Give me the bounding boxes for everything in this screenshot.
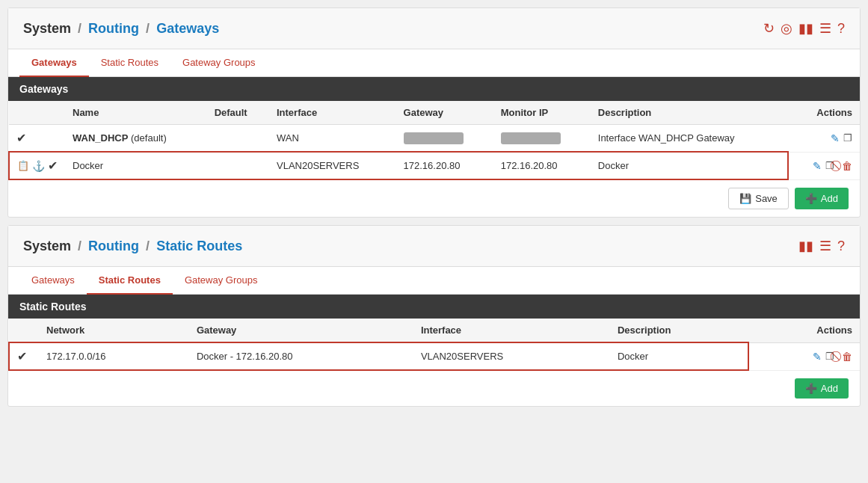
sr-row-gateway: Docker - 172.16.20.80 — [189, 342, 413, 370]
plus-icon: ➕ — [805, 193, 817, 204]
table-row: ✔ 172.17.0.0/16 Docker - 172.16.20.80 VL… — [9, 342, 860, 370]
breadcrumb2-sep2: / — [146, 239, 150, 253]
static-routes-tab-bar: Gateways Static Routes Gateway Groups — [8, 267, 860, 295]
help-icon-2[interactable]: ? — [837, 239, 845, 254]
row-name: WAN_DHCP (default) — [65, 125, 207, 153]
tab-gateway-groups-1[interactable]: Gateway Groups — [170, 49, 268, 77]
sr-col-gateway: Gateway — [189, 319, 413, 342]
delete-icon[interactable]: 🗑 — [842, 160, 852, 172]
row-default — [207, 125, 269, 153]
refresh-icon[interactable]: ↻ — [763, 20, 775, 37]
header-icons-group-2: ▮▮ ☰ ? — [798, 238, 845, 254]
add-button-2[interactable]: ➕ Add — [795, 378, 849, 399]
header-icons-group: ↻ ◎ ▮▮ ☰ ? — [763, 20, 845, 37]
bookmark-icon: 📋 — [17, 160, 29, 171]
chart-icon[interactable]: ▮▮ — [798, 20, 813, 37]
edit-icon[interactable]: ✎ — [813, 351, 822, 363]
breadcrumb2-routing[interactable]: Routing — [88, 239, 139, 253]
copy-icon[interactable]: ❐ — [843, 132, 852, 144]
gateways-header-bar: System / Routing / Gateways ↻ ◎ ▮▮ ☰ ? — [8, 8, 860, 49]
sr-col-network: Network — [39, 319, 189, 342]
save-icon: 💾 — [739, 193, 751, 204]
breadcrumb-sep2: / — [146, 21, 150, 36]
static-routes-button-row: ➕ Add — [8, 371, 860, 406]
chart-icon-2[interactable]: ▮▮ — [798, 238, 813, 254]
sr-col-description: Description — [610, 319, 748, 342]
col-icon — [9, 101, 65, 125]
tab-gateways-1[interactable]: Gateways — [19, 49, 89, 77]
row-actions: ✎ ❐ — [788, 125, 860, 153]
static-routes-table: Network Gateway Interface Description Ac… — [8, 319, 860, 371]
col-interface: Interface — [269, 101, 396, 125]
sr-row-icon: ✔ — [9, 342, 39, 370]
breadcrumb2-system: System — [23, 239, 71, 253]
static-routes-section: System / Routing / Static Routes ▮▮ ☰ ? … — [7, 225, 861, 407]
list-icon-2[interactable]: ☰ — [819, 238, 831, 254]
row-interface: WAN — [269, 125, 396, 153]
gateways-table-header: Gateways — [8, 77, 860, 101]
gateways-section: System / Routing / Gateways ↻ ◎ ▮▮ ☰ ? G… — [7, 7, 861, 218]
sr-row-interface: VLAN20SERVERS — [413, 342, 610, 370]
row-description: Docker — [591, 152, 788, 179]
table-row: 📋 ⚓ ✔ Docker VLAN20SERVERS 172.16.20.80 … — [9, 152, 860, 179]
tab-gateways-2[interactable]: Gateways — [19, 267, 87, 295]
copy-icon[interactable]: ❐ — [825, 351, 834, 362]
save-button[interactable]: 💾 Save — [728, 188, 789, 209]
breadcrumb2-sep1: / — [78, 239, 81, 253]
check-icon: ✔ — [16, 131, 26, 145]
breadcrumb-routing[interactable]: Routing — [88, 21, 139, 36]
sr-row-actions: ✎ ❐ ⃠ 🗑 — [748, 342, 860, 370]
list-icon[interactable]: ☰ — [819, 20, 831, 37]
tab-static-routes-2[interactable]: Static Routes — [87, 267, 173, 295]
delete-icon[interactable]: 🗑 — [842, 351, 852, 363]
col-description: Description — [591, 101, 788, 125]
plus-icon-2: ➕ — [805, 383, 817, 394]
copy-icon[interactable]: ❐ — [825, 160, 834, 171]
help-icon[interactable]: ? — [837, 21, 845, 37]
row-actions: ✎ ❐ ⃠ 🗑 — [788, 152, 860, 179]
sr-row-network: 172.17.0.0/16 — [39, 342, 189, 370]
static-routes-table-header: Static Routes — [8, 295, 860, 319]
row-monitor-ip — [493, 125, 591, 153]
col-name: Name — [65, 101, 207, 125]
row-gateway — [396, 125, 493, 153]
gateways-button-row: 💾 Save ➕ Add — [8, 180, 860, 217]
tab-static-routes-1[interactable]: Static Routes — [89, 49, 170, 77]
static-routes-header-bar: System / Routing / Static Routes ▮▮ ☰ ? — [8, 226, 860, 267]
power-icon[interactable]: ◎ — [781, 20, 792, 37]
row-interface: VLAN20SERVERS — [269, 152, 396, 179]
col-gateway: Gateway — [396, 101, 493, 125]
col-default: Default — [207, 101, 269, 125]
row-monitor-ip: 172.16.20.80 — [493, 152, 591, 179]
breadcrumb2-current: Static Routes — [156, 239, 242, 253]
check-icon: ✔ — [17, 350, 27, 363]
sr-col-actions: Actions — [748, 319, 860, 342]
add-button[interactable]: ➕ Add — [795, 188, 849, 209]
breadcrumb: System / Routing / Gateways — [23, 21, 219, 37]
row-gateway: 172.16.20.80 — [396, 152, 493, 179]
breadcrumb-2: System / Routing / Static Routes — [23, 239, 242, 254]
breadcrumb-current: Gateways — [156, 21, 219, 36]
edit-icon[interactable]: ✎ — [831, 132, 840, 144]
row-default — [207, 152, 269, 179]
gateways-table: Name Default Interface Gateway Monitor I… — [8, 101, 860, 180]
sr-col-interface: Interface — [413, 319, 610, 342]
tab-gateway-groups-2[interactable]: Gateway Groups — [173, 267, 270, 295]
row-left-icons: 📋 ⚓ ✔ — [9, 152, 65, 179]
table-row: ✔ WAN_DHCP (default) WAN Interface WAN_D… — [9, 125, 860, 153]
anchor-icon: ⚓ — [32, 160, 45, 172]
check-icon: ✔ — [48, 159, 58, 173]
edit-icon[interactable]: ✎ — [813, 160, 822, 172]
col-monitor-ip: Monitor IP — [493, 101, 591, 125]
row-left-icons: ✔ — [9, 125, 65, 153]
row-description: Interface WAN_DHCP Gateway — [591, 125, 788, 153]
col-actions: Actions — [788, 101, 860, 125]
breadcrumb-system: System — [23, 21, 71, 36]
sr-col-icon — [9, 319, 39, 342]
row-name: Docker — [65, 152, 207, 179]
sr-row-description: Docker — [610, 342, 748, 370]
breadcrumb-sep1: / — [78, 21, 81, 36]
gateways-tab-bar: Gateways Static Routes Gateway Groups — [8, 49, 860, 77]
